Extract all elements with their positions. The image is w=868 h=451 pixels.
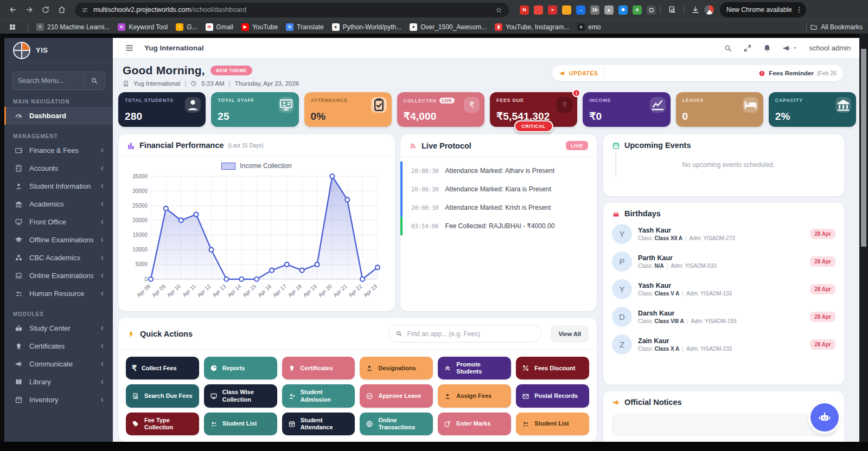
quick-action-button[interactable]: Student List xyxy=(516,413,589,435)
extension-icon[interactable]: A xyxy=(633,5,642,15)
sidebar-item[interactable]: Academics xyxy=(4,195,113,213)
stat-card[interactable]: CAPACITY 2% xyxy=(769,92,856,127)
user-menu[interactable]: school admin xyxy=(809,44,851,52)
sidebar-search-button[interactable] xyxy=(84,72,105,90)
bookmark-item[interactable]: G Translate xyxy=(286,23,324,31)
stat-card[interactable]: LEAVES 0 xyxy=(676,92,763,127)
extension-icon[interactable]: 1b xyxy=(590,5,599,15)
sidebar-item[interactable]: Dashboard xyxy=(4,107,113,125)
quick-action-button[interactable]: Student List xyxy=(204,413,277,435)
sidebar-item[interactable]: Front Office xyxy=(4,213,113,231)
bookmark-item[interactable]: e emo xyxy=(577,23,601,31)
bookmark-item[interactable]: ● Python-World/pyth... xyxy=(332,23,402,31)
sidebar-search-input[interactable] xyxy=(12,72,84,90)
apps-grid-icon[interactable] xyxy=(5,20,20,34)
site-info-icon[interactable] xyxy=(81,7,88,14)
extension-icon[interactable] xyxy=(562,5,571,15)
bookmark-item[interactable]: M Gmail xyxy=(206,23,233,31)
bookmark-item[interactable]: K Keyword Tool xyxy=(118,23,168,31)
birthday-row[interactable]: D Darsh Kaur Class: Class VIII A|Adm: YI… xyxy=(603,303,844,331)
back-icon[interactable] xyxy=(5,2,21,17)
search-icon[interactable] xyxy=(724,44,732,53)
sidebar-item[interactable]: Human Resource xyxy=(4,285,113,302)
app-search-input[interactable] xyxy=(407,330,534,338)
new-chrome-button[interactable]: New Chrome available xyxy=(720,2,806,17)
stat-card[interactable]: INCOME ₹0 xyxy=(583,92,670,127)
chart-legend[interactable]: Income Collection xyxy=(126,162,387,170)
all-bookmarks-label[interactable]: All Bookmarks xyxy=(821,23,863,31)
sidebar-item[interactable]: Certificates xyxy=(4,337,113,355)
extension-icon[interactable]: ▢ xyxy=(647,5,656,15)
quick-action-button[interactable]: ₹ Collect Fees xyxy=(126,357,199,379)
reload-icon[interactable] xyxy=(38,2,53,17)
bookmark-item[interactable]: ! G... xyxy=(176,23,197,31)
stat-card[interactable]: COLLECTED LIVE ₹ ₹4,000 xyxy=(397,92,484,127)
address-bar[interactable]: multischoolv2.projectworlds.com/school/d… xyxy=(75,3,509,17)
view-all-button[interactable]: View All xyxy=(551,326,588,342)
chevron-left-icon xyxy=(99,201,105,207)
caret-down-icon xyxy=(792,45,798,51)
extension-icon[interactable]: N xyxy=(520,5,529,15)
sidebar-item[interactable]: Library xyxy=(4,373,113,391)
brand[interactable]: YIS xyxy=(4,38,113,63)
stat-card[interactable]: ATTENDANCE 0% xyxy=(304,92,392,127)
sidebar-item[interactable]: Communicate xyxy=(4,355,113,373)
stat-card[interactable]: FEES DUE ₹ ! ₹5,541,302 CRITICAL xyxy=(490,92,577,127)
updates-ticker[interactable]: UPDATES Fees Reminder (Feb 26 xyxy=(552,65,843,81)
protocol-feed: 20:08:30 Attendance Marked: Atharv is Pr… xyxy=(400,157,597,240)
notifications-bell-icon[interactable] xyxy=(763,44,771,53)
bookmark-item[interactable]: ● Over_1500_Awesom... xyxy=(410,23,487,31)
sidebar-item[interactable]: Study Center xyxy=(4,319,113,337)
sidebar-item[interactable]: Accounts xyxy=(4,159,113,177)
sidebar-item[interactable]: Online Examinations xyxy=(4,267,113,285)
quick-action-button[interactable]: Enter Marks xyxy=(438,413,511,435)
announcements-dropdown[interactable] xyxy=(782,44,798,53)
quick-action-button[interactable]: Fees Discount xyxy=(516,357,589,379)
quick-action-button[interactable]: Search Due Fees xyxy=(126,384,199,407)
quick-action-button[interactable]: Class Wise Collection xyxy=(204,384,277,407)
scrollbar-thumb[interactable] xyxy=(861,49,866,247)
bookmark-item[interactable]: ▶ YouTube xyxy=(241,23,278,31)
bookmark-star-icon[interactable] xyxy=(495,7,502,14)
quick-action-button[interactable]: Online Transactions xyxy=(360,413,433,435)
quick-action-button[interactable]: Postal Records xyxy=(516,384,589,407)
extension-icon[interactable]: ❖ xyxy=(618,5,628,15)
quick-action-button[interactable]: Student Attendance xyxy=(282,413,355,435)
sidebar-item[interactable]: Finance & Fees xyxy=(4,141,113,159)
quick-action-button[interactable]: Assign Fees xyxy=(438,384,511,407)
birthday-row[interactable]: Y Yash Kaur Class: Class V A|Adm: YISADM… xyxy=(603,275,844,303)
bookmark-item[interactable]: ≡ 210 Machine Learni... xyxy=(36,23,110,31)
birthday-row[interactable]: P Parth Kaur Class: N/A|Adm: YISADM-033 … xyxy=(603,248,844,275)
chatbot-button[interactable] xyxy=(810,403,839,431)
extension-icon[interactable] xyxy=(534,5,543,15)
extension-icon[interactable]: ▲ xyxy=(604,5,614,15)
download-icon[interactable] xyxy=(688,3,703,17)
birthday-row[interactable]: Y Yash Kaur Class: Class XII A|Adm: YISA… xyxy=(603,220,844,248)
quick-action-button[interactable]: Fee Type Collection xyxy=(126,413,199,435)
birthday-row[interactable]: Z Zain Kaur Class: Class X A|Adm: YISADM… xyxy=(603,331,844,358)
kebab-menu-icon[interactable] xyxy=(795,6,803,14)
page-scrollbar[interactable] xyxy=(859,34,868,451)
quick-action-button[interactable]: Promote Students xyxy=(438,357,511,379)
forward-icon[interactable] xyxy=(22,2,37,17)
fullscreen-icon[interactable] xyxy=(743,44,752,53)
quick-action-button[interactable]: Student Admission xyxy=(282,384,355,407)
stat-card[interactable]: TOTAL STAFF 25 xyxy=(211,92,298,127)
quick-action-button[interactable]: Designations xyxy=(360,357,433,379)
extension-icon[interactable]: → xyxy=(576,5,585,15)
quick-action-button[interactable]: Approve Leave xyxy=(360,384,433,407)
profile-avatar[interactable] xyxy=(704,4,714,15)
extension-icon[interactable]: » xyxy=(548,5,557,15)
sidebar-item[interactable]: Offline Examinations xyxy=(4,231,113,249)
bookmark-item[interactable]: ▮ YouTube, Instagram... xyxy=(495,23,569,31)
home-icon[interactable] xyxy=(54,2,69,17)
sidebar-item[interactable]: Student Information xyxy=(4,177,113,195)
sidebar-item[interactable]: CBC Academics xyxy=(4,249,113,267)
hamburger-menu-icon[interactable] xyxy=(122,41,137,56)
quick-action-button[interactable]: Certificates xyxy=(282,357,355,379)
search-tab-icon[interactable] xyxy=(665,3,679,17)
stat-card[interactable]: TOTAL STUDENTS 280 xyxy=(118,92,206,127)
sidebar-item[interactable]: Inventory xyxy=(4,391,113,409)
svg-text:Apr 18: Apr 18 xyxy=(287,283,303,298)
quick-action-button[interactable]: Reports xyxy=(204,357,277,379)
